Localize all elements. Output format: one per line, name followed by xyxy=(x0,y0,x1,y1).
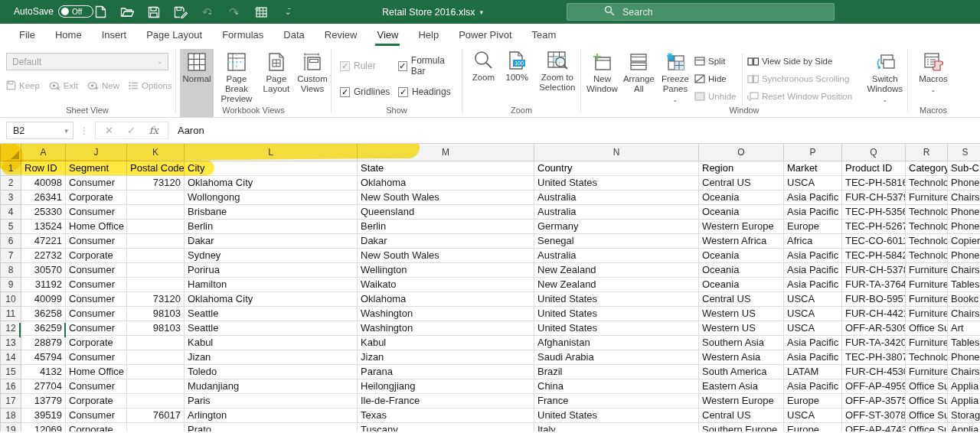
cell-R9[interactable]: Furniture xyxy=(906,277,948,291)
save-icon[interactable] xyxy=(144,3,164,21)
open-icon[interactable] xyxy=(117,3,137,21)
cell-Q6[interactable]: TEC-CO-6011 xyxy=(842,233,906,248)
cell-S18[interactable]: Storag xyxy=(948,408,980,422)
cell-N8[interactable]: New Zealand xyxy=(534,262,699,277)
cell-R13[interactable]: Furniture xyxy=(906,335,948,350)
cell-J1[interactable]: Segment xyxy=(66,161,127,175)
undo-icon[interactable]: ↶⌄ xyxy=(198,3,217,21)
cell-L3[interactable]: Wollongong xyxy=(185,190,358,204)
cell-M1[interactable]: State xyxy=(358,161,534,175)
cell-A1[interactable]: Row ID xyxy=(21,161,66,175)
cell-N4[interactable]: Australia xyxy=(534,204,699,219)
select-all-corner[interactable] xyxy=(1,144,21,161)
cell-L19[interactable]: Prato xyxy=(185,422,358,431)
tab-formulas[interactable]: Formulas xyxy=(212,25,273,46)
cell-P18[interactable]: USCA xyxy=(784,408,842,422)
redo-icon[interactable]: ↷⌄ xyxy=(224,3,244,21)
cell-L12[interactable]: Seattle xyxy=(185,321,358,335)
cell-N17[interactable]: France xyxy=(534,393,699,408)
cell-P1[interactable]: Market xyxy=(784,161,842,175)
redo-dropdown-icon[interactable]: ⌄ xyxy=(234,8,240,16)
name-box-dropdown-icon[interactable]: ▾ xyxy=(64,127,73,135)
cell-P11[interactable]: USCA xyxy=(784,306,842,321)
cell-S19[interactable]: Applia xyxy=(948,422,980,431)
cell-O18[interactable]: Central US xyxy=(699,408,784,422)
cell-N19[interactable]: Italy xyxy=(534,422,699,431)
page-break-preview-button[interactable]: Page Break Preview xyxy=(215,49,258,117)
cell-R18[interactable]: Office Sup xyxy=(906,408,948,422)
cell-O11[interactable]: Western US xyxy=(699,306,784,321)
cell-O13[interactable]: Southern Asia xyxy=(699,335,784,350)
tab-review[interactable]: Review xyxy=(315,25,368,46)
cell-A17[interactable]: 13779 xyxy=(21,393,66,408)
cell-K5[interactable] xyxy=(127,219,185,233)
cell-O4[interactable]: Oceania xyxy=(699,204,784,219)
cell-N15[interactable]: Brazil xyxy=(534,364,699,379)
cell-R11[interactable]: Furniture xyxy=(906,306,948,321)
cell-J19[interactable]: Corporate xyxy=(66,422,127,431)
cell-N16[interactable]: China xyxy=(534,379,699,393)
cell-J5[interactable]: Home Office xyxy=(66,219,127,233)
cell-L4[interactable]: Brisbane xyxy=(185,204,358,219)
zoom-100-button[interactable]: 100 100% xyxy=(502,47,532,117)
cell-N5[interactable]: Germany xyxy=(534,219,699,233)
cell-S2[interactable]: Phone xyxy=(948,175,980,190)
cell-J11[interactable]: Consumer xyxy=(66,306,127,321)
cell-S5[interactable]: Phone xyxy=(948,219,980,233)
cell-P16[interactable]: Asia Pacific xyxy=(784,379,842,393)
cell-A4[interactable]: 25330 xyxy=(21,204,66,219)
split-button[interactable]: Split xyxy=(694,53,737,69)
cell-P3[interactable]: Asia Pacific xyxy=(784,190,842,204)
cell-M3[interactable]: New South Wales xyxy=(358,190,534,204)
cell-S17[interactable]: Applia xyxy=(948,393,980,408)
cell-M11[interactable]: Washington xyxy=(358,306,534,321)
new-sheet-view-button[interactable]: New xyxy=(87,77,119,93)
cell-M12[interactable]: Washington xyxy=(358,321,534,335)
cell-R15[interactable]: Furniture xyxy=(906,364,948,379)
cell-M10[interactable]: Oklahoma xyxy=(358,291,534,306)
cell-P7[interactable]: Asia Pacific xyxy=(784,248,842,262)
cell-R16[interactable]: Office Sup xyxy=(906,379,948,393)
cell-P19[interactable]: Europe xyxy=(784,422,842,431)
gridlines-checkbox[interactable]: ✓ Gridlines xyxy=(340,86,395,97)
cell-Q3[interactable]: FUR-CH-5379 xyxy=(842,190,906,204)
cell-K6[interactable] xyxy=(127,233,185,248)
cell-Q2[interactable]: TEC-PH-5816 xyxy=(842,175,906,190)
row-header-5[interactable]: 5 xyxy=(1,219,21,233)
cell-O12[interactable]: Western US xyxy=(699,321,784,335)
cell-O1[interactable]: Region xyxy=(699,161,784,175)
reset-window-position-button[interactable]: Reset Window Position xyxy=(747,88,861,104)
cell-K11[interactable]: 98103 xyxy=(127,306,185,321)
cell-M17[interactable]: Ile-de-France xyxy=(358,393,534,408)
search-input[interactable]: Search xyxy=(567,3,835,21)
cell-P9[interactable]: Asia Pacific xyxy=(784,277,842,291)
ruler-checkbox[interactable]: ✓ Ruler xyxy=(340,55,395,77)
cell-O17[interactable]: Western Europe xyxy=(699,393,784,408)
table-style-dropdown-icon[interactable]: ⌄ xyxy=(263,8,269,16)
freeze-panes-button[interactable]: Freeze Panes ⌄ xyxy=(658,49,692,117)
column-header-M[interactable]: M xyxy=(358,144,534,161)
table-style-icon[interactable]: ⌄ xyxy=(251,3,271,21)
row-header-18[interactable]: 18 xyxy=(1,408,21,422)
cell-N13[interactable]: Afghanistan xyxy=(534,335,699,350)
cell-K17[interactable] xyxy=(127,393,185,408)
unhide-button[interactable]: Unhide xyxy=(694,88,737,104)
cell-N12[interactable]: United States xyxy=(534,321,699,335)
row-header-2[interactable]: 2 xyxy=(1,175,21,190)
cell-J14[interactable]: Consumer xyxy=(66,350,127,364)
cell-M15[interactable]: Parana xyxy=(358,364,534,379)
cell-M9[interactable]: Waikato xyxy=(358,277,534,291)
cell-M16[interactable]: Heilongjiang xyxy=(358,379,534,393)
zoom-to-selection-button[interactable]: Zoom to Selection xyxy=(535,47,580,117)
cell-R12[interactable]: Office Sup xyxy=(906,321,948,335)
cell-J3[interactable]: Corporate xyxy=(66,190,127,204)
cell-A9[interactable]: 31192 xyxy=(21,277,66,291)
cell-S11[interactable]: Chairs xyxy=(948,306,980,321)
cell-P15[interactable]: LATAM xyxy=(784,364,842,379)
cell-K14[interactable] xyxy=(127,350,185,364)
switch-windows-button[interactable]: Switch Windows ⌄ xyxy=(864,49,906,117)
arrange-all-button[interactable]: Arrange All xyxy=(622,49,656,117)
cell-K3[interactable] xyxy=(127,190,185,204)
cell-L17[interactable]: Paris xyxy=(185,393,358,408)
cell-K4[interactable] xyxy=(127,204,185,219)
